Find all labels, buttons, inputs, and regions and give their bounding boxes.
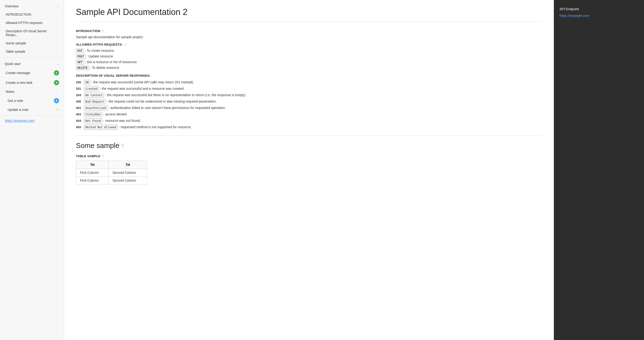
response-405: 405 Method Not Allowed - requested metho… (76, 125, 542, 130)
table-row: First Column Second Column (76, 169, 147, 177)
table-sample-heading: TABLE SAMPLE ¶ (76, 154, 542, 158)
method-get: GET : Get a resource or list of resource… (76, 60, 542, 64)
sidebar-description-server-label: Description Of Usual Server Respo... (6, 29, 59, 37)
pencil-icon-update-note: ✎ (56, 108, 59, 112)
sidebar-item-introduction[interactable]: INTRODUCTION (0, 11, 64, 19)
sidebar-update-note-label: Update a note (8, 108, 28, 112)
table-header-row: TH TH (76, 161, 147, 169)
response-403: 403 Forbidden - access denied. (76, 112, 542, 117)
intro-anchor: ¶ (102, 30, 104, 33)
sidebar-allowed-https-label: Allowed HTTPs requests: (6, 21, 43, 25)
plus-icon-create-task: + (54, 80, 59, 85)
responses-heading: DESCRIPTION OF USUAL SERVER RESPONSES: (76, 74, 542, 77)
sidebar-quickstart-label: Quick start (5, 62, 21, 66)
table-header-th1: TH (76, 161, 109, 169)
method-post: POST : Update resource (76, 54, 542, 59)
sidebar-api-link[interactable]: https://example.com (0, 116, 64, 125)
table-cell-row2-col2: Second Column (109, 177, 147, 184)
sidebar-item-overview[interactable]: Overview ⌄ (0, 2, 64, 11)
chevron-down-icon-quickstart: ⌄ (57, 62, 59, 66)
response-401: 401 Unauthorized - authentication failed… (76, 105, 542, 111)
sidebar-item-create-message[interactable]: Create message + (0, 68, 64, 78)
response-list: 200 OK - the request was successful (som… (76, 80, 542, 130)
sidebar-item-some-sample[interactable]: Some sample (0, 39, 64, 48)
intro-section: INTRODUCTION ¶ Sample api documentation … (76, 29, 542, 130)
page-title: Sample API Documentation 2 (76, 7, 542, 22)
method-delete: DELETE : To delete resource (76, 66, 542, 70)
sidebar-create-task-label: Create a new task (6, 81, 32, 85)
method-put: PUT : To create resource (76, 49, 542, 53)
right-panel: API Endpoint https://example.com (554, 0, 644, 340)
get-badge: GET (76, 60, 84, 64)
response-204: 204 No Content - the request was success… (76, 93, 542, 98)
sidebar-item-description-server[interactable]: Description Of Usual Server Respo... (0, 27, 64, 39)
sidebar-item-table-sample[interactable]: Table sample (0, 48, 64, 56)
api-endpoint-label: API Endpoint (560, 7, 638, 11)
some-sample-heading: Some sample ¶ (76, 142, 542, 150)
sidebar-create-message-label: Create message (6, 71, 30, 75)
response-400: 400 Bad Request - the request could not … (76, 99, 542, 104)
table-cell-row1-col1: First Column (76, 169, 109, 177)
table-anchor: ¶ (102, 155, 104, 158)
response-200: 200 OK - the request was successful (som… (76, 80, 542, 85)
sidebar-item-create-task[interactable]: Create a new task + (0, 78, 64, 88)
sample-table: TH TH First Column Second Column First C… (76, 161, 147, 184)
some-sample-section: Some sample ¶ TABLE SAMPLE ¶ TH TH First… (76, 142, 542, 184)
sidebar-item-update-note[interactable]: Update a note ✎ (0, 106, 64, 114)
sidebar-notes-label: Notes (6, 90, 14, 94)
section-divider (76, 136, 542, 136)
post-badge: POST (76, 54, 86, 59)
chevron-down-icon: ⌄ (57, 5, 59, 8)
response-201: 201 Created - the request was successful… (76, 86, 542, 91)
sidebar-overview-section: Overview ⌄ INTRODUCTION Allowed HTTPs re… (0, 0, 64, 58)
response-404: 404 Not Found - resource was not found. (76, 118, 542, 123)
intro-text: Sample api documentation for sample proj… (76, 35, 542, 39)
download-icon-get-note: ⇓ (54, 98, 59, 103)
sidebar-table-sample-label: Table sample (6, 50, 26, 54)
allowed-anchor: ¶ (124, 43, 126, 46)
table-cell-row2-col1: First Column (76, 177, 109, 184)
api-endpoint-link[interactable]: https://example.com (560, 14, 589, 18)
put-badge: PUT (76, 49, 84, 53)
sidebar-overview-label: Overview (5, 4, 18, 8)
sidebar: Overview ⌄ INTRODUCTION Allowed HTTPs re… (0, 0, 64, 340)
allowed-heading: ALLOWED HTTPS REQUESTS: ¶ (76, 43, 542, 46)
pilcrow-icon: ¶ (121, 142, 124, 149)
sidebar-intro-items: INTRODUCTION Allowed HTTPs requests: Des… (0, 11, 64, 56)
sidebar-item-get-note[interactable]: Get a note ⇓ (0, 96, 64, 106)
sidebar-introduction-label: INTRODUCTION (6, 13, 31, 16)
intro-heading: INTRODUCTION ¶ (76, 29, 542, 33)
sidebar-item-allowed-https[interactable]: Allowed HTTPs requests: (0, 19, 64, 27)
plus-icon-create-message: + (54, 70, 59, 76)
sidebar-item-quickstart[interactable]: Quick start ⌄ (0, 60, 64, 68)
http-methods-list: PUT : To create resource POST : Update r… (76, 49, 542, 70)
main-content: Sample API Documentation 2 INTRODUCTION … (64, 0, 554, 340)
sidebar-quickstart-section: Quick start ⌄ Create message + Create a … (0, 58, 64, 116)
table-cell-row1-col2: Second Column (109, 169, 147, 177)
sidebar-some-sample-label: Some sample (6, 41, 26, 45)
delete-badge: DELETE (76, 66, 89, 70)
table-row: First Column Second Column (76, 177, 147, 184)
sidebar-get-note-label: Get a note (8, 99, 23, 103)
table-header-th2: TH (109, 161, 147, 169)
sidebar-item-notes-category: Notes (0, 88, 64, 96)
